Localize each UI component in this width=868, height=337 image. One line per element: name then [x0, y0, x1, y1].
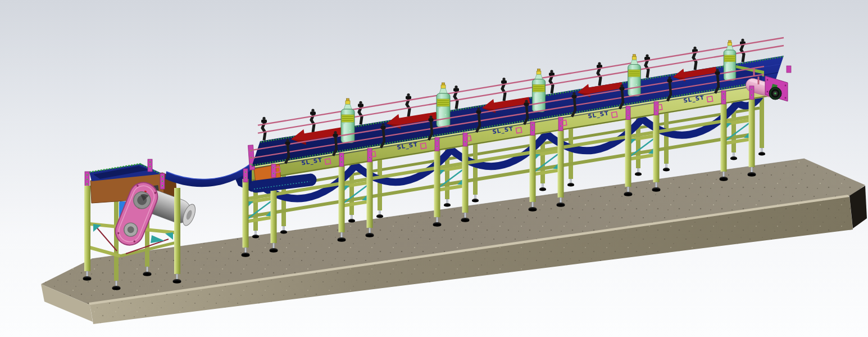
station-front-leg — [84, 186, 90, 271]
corner-bracket — [148, 159, 152, 172]
station-front-leg — [174, 188, 180, 274]
model-scene[interactable]: SL_ST SL_ST SL_ST SL_ST SL_ST — [0, 0, 868, 337]
cad-viewport[interactable]: SL_ST SL_ST SL_ST SL_ST SL_ST — [0, 0, 868, 337]
